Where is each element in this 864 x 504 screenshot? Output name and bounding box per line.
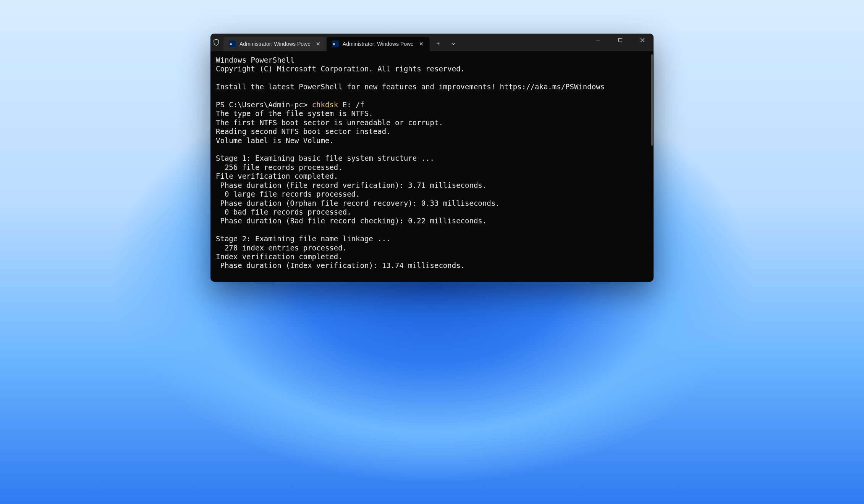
terminal-header-text: Windows PowerShell Copyright (C) Microso…: [216, 56, 648, 270]
powershell-icon: >_: [332, 40, 339, 47]
maximize-button[interactable]: [609, 34, 631, 47]
titlebar[interactable]: >_ Administrator: Windows Powe ✕ >_ Admi…: [210, 34, 654, 51]
shield-icon: [210, 34, 222, 51]
command-highlight: chkdsk: [312, 100, 338, 109]
window-controls: [587, 34, 654, 51]
powershell-icon: >_: [229, 40, 236, 47]
terminal-pane[interactable]: Windows PowerShell Copyright (C) Microso…: [210, 51, 654, 282]
tab-title: Administrator: Windows Powe: [343, 41, 414, 47]
tab-powershell-1[interactable]: >_ Administrator: Windows Powe ✕: [223, 37, 327, 51]
minimize-button[interactable]: [587, 34, 609, 47]
close-window-button[interactable]: [631, 34, 654, 47]
scrollbar-thumb[interactable]: [651, 54, 653, 146]
tab-powershell-2[interactable]: >_ Administrator: Windows Powe ✕: [327, 37, 430, 51]
close-tab-icon[interactable]: ✕: [314, 40, 322, 48]
new-tab-button[interactable]: +: [431, 37, 445, 51]
svg-rect-1: [619, 39, 622, 42]
tab-strip: >_ Administrator: Windows Powe ✕ >_ Admi…: [222, 37, 587, 51]
command-args: E: /f: [338, 100, 364, 109]
terminal-window: >_ Administrator: Windows Powe ✕ >_ Admi…: [210, 34, 654, 282]
prompt-text: PS C:\Users\Admin-pc>: [216, 100, 312, 109]
tab-title: Administrator: Windows Powe: [239, 41, 311, 47]
tab-dropdown-button[interactable]: [447, 37, 460, 51]
close-tab-icon[interactable]: ✕: [417, 40, 425, 48]
